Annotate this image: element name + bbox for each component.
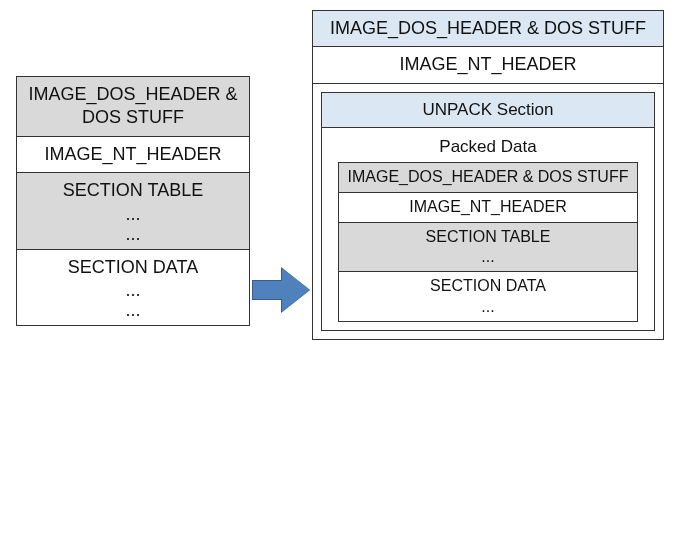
left-nt-header: IMAGE_NT_HEADER	[17, 136, 249, 172]
left-section-table: SECTION TABLE ... ...	[17, 172, 249, 248]
packed-section-table: SECTION TABLE ...	[339, 222, 637, 272]
unpack-section-title: UNPACK Section	[322, 93, 654, 127]
ellipsis: ...	[25, 299, 241, 319]
packed-data-area: Packed Data IMAGE_DOS_HEADER & DOS STUFF…	[322, 127, 654, 322]
packed-data-label: Packed Data	[330, 134, 646, 162]
ellipsis: ...	[345, 247, 631, 267]
packed-pe-layout: IMAGE_DOS_HEADER & DOS STUFF IMAGE_NT_HE…	[338, 162, 638, 322]
right-dos-header: IMAGE_DOS_HEADER & DOS STUFF	[313, 11, 663, 46]
unpack-section-box: UNPACK Section Packed Data IMAGE_DOS_HEA…	[321, 92, 655, 331]
packed-section-table-label: SECTION TABLE	[426, 228, 551, 245]
left-pe-layout: IMAGE_DOS_HEADER & DOS STUFF IMAGE_NT_HE…	[16, 76, 250, 326]
packed-section-data-label: SECTION DATA	[430, 277, 546, 294]
left-section-table-label: SECTION TABLE	[63, 180, 203, 200]
left-section-data-label: SECTION DATA	[68, 257, 198, 277]
left-dos-header: IMAGE_DOS_HEADER & DOS STUFF	[17, 77, 249, 136]
right-pe-layout: IMAGE_DOS_HEADER & DOS STUFF IMAGE_NT_HE…	[312, 10, 664, 340]
packed-nt-header: IMAGE_NT_HEADER	[339, 192, 637, 222]
right-unpack-section-container: UNPACK Section Packed Data IMAGE_DOS_HEA…	[313, 83, 663, 331]
left-section-data: SECTION DATA ... ...	[17, 249, 249, 325]
ellipsis: ...	[25, 223, 241, 243]
ellipsis: ...	[25, 203, 241, 223]
right-nt-header: IMAGE_NT_HEADER	[313, 46, 663, 82]
packed-dos-header: IMAGE_DOS_HEADER & DOS STUFF	[339, 163, 637, 192]
transform-arrow-icon	[252, 268, 310, 312]
ellipsis: ...	[25, 279, 241, 299]
packed-section-data: SECTION DATA ...	[339, 271, 637, 321]
ellipsis: ...	[345, 297, 631, 317]
